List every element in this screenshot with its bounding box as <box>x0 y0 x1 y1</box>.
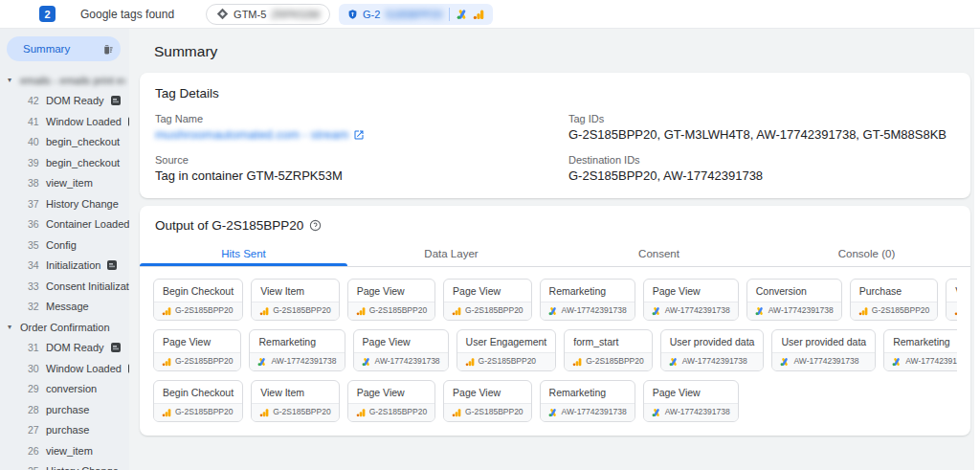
event-number: 38 <box>28 177 40 189</box>
event-row[interactable]: 29 conversion <box>0 379 129 400</box>
hit-card[interactable]: Page View AW-17742391738 <box>643 279 739 321</box>
hit-card[interactable]: Page View AW-17742391738 <box>353 329 449 371</box>
event-row[interactable]: 35 Config <box>0 235 129 256</box>
event-label: DOM Ready <box>46 95 104 106</box>
hit-card[interactable]: Page View G-2S185BPP20 <box>347 380 435 422</box>
event-row[interactable]: 32 Message <box>0 297 129 318</box>
event-group-row[interactable]: ▾ emails - emails print expe... <box>0 70 129 91</box>
hit-card[interactable]: Begin Checkout G-2S185BPP20 <box>153 279 243 321</box>
tag-ids-value: G-2S185BPP20, GT-M3LWH4T8, AW-1774239173… <box>568 127 955 142</box>
event-row[interactable]: 25 History Change <box>0 461 129 470</box>
hit-id: G-2S185BPP20 <box>175 356 233 367</box>
hit-name: Page View <box>444 280 530 302</box>
hit-card[interactable]: View Item G-2S185BPP20 <box>251 279 339 321</box>
event-row[interactable]: 37 History Change <box>0 193 129 214</box>
hit-id: G-2S185BPP20 <box>465 305 523 316</box>
hit-card[interactable]: Remarketing AW-17742391738 <box>540 279 635 321</box>
tab-label: Console (0) <box>838 248 895 259</box>
hit-card[interactable]: Page View G-2S185BPP20 <box>153 329 241 371</box>
hit-name: User provided data <box>661 330 764 353</box>
event-row[interactable]: 26 view_item <box>0 440 129 461</box>
hit-card[interactable]: View Item G-2S185BPP20 <box>251 380 339 422</box>
gtm-container-pill[interactable]: GTM-5ZRPK53M <box>206 4 330 25</box>
ga-tag-pill[interactable]: G-2S185BPP20 <box>339 4 493 25</box>
event-label: Message <box>46 301 89 312</box>
event-row[interactable]: 33 Consent Initialization <box>0 276 129 297</box>
sidebar-item-summary[interactable]: Summary <box>7 36 121 61</box>
event-row[interactable]: 38 view_item <box>0 173 129 194</box>
scrollbar-gutter[interactable] <box>974 29 980 470</box>
output-card: Output of G-2S185BPP20 Hits Sent Data La… <box>140 206 970 436</box>
output-tab[interactable]: Hits Sent <box>140 241 347 266</box>
ga4-icon <box>954 306 957 316</box>
hit-card[interactable]: Page View G-2S185BPP20 <box>443 380 531 422</box>
event-number: 35 <box>28 239 40 251</box>
hit-name: Page View <box>154 330 240 353</box>
event-label: Consent Initialization <box>46 280 129 292</box>
google-ads-icon <box>257 357 267 367</box>
container-badge-icon <box>111 96 121 105</box>
event-number: 26 <box>28 445 40 457</box>
hit-id: AW-17742391738 <box>562 407 627 417</box>
hit-card[interactable]: Remarketing AW-17742391738 <box>540 380 635 422</box>
event-number: 30 <box>28 363 40 374</box>
hits-row: Page View G-2S185BPP20 Remarketing AW-17… <box>153 329 957 371</box>
event-row[interactable]: 36 Container Loaded <box>0 214 129 235</box>
hit-card[interactable]: Page View G-2S185BPP20 <box>347 279 435 321</box>
tag-ids-label: Tag IDs <box>568 113 955 124</box>
hit-card[interactable]: View Item G-2S185BPP20 <box>946 279 957 321</box>
clear-list-icon[interactable] <box>101 43 114 56</box>
output-tab[interactable]: Console (0) <box>763 241 970 266</box>
hit-card[interactable]: Conversion AW-17742391738 <box>746 279 842 321</box>
hit-card[interactable]: form_start G-2S185BPP20 <box>564 329 652 371</box>
hit-name: User Engagement <box>457 330 556 353</box>
event-label: view_item <box>46 177 93 189</box>
hit-card[interactable]: Remarketing AW-17742391738 <box>883 329 957 371</box>
tag-name-link[interactable]: mushroomautomated.com - stream <box>155 127 542 142</box>
hit-id: AW-17742391738 <box>793 356 858 367</box>
output-tab[interactable]: Consent <box>555 241 763 266</box>
hits-row: Begin Checkout G-2S185BPP20 View Item G-… <box>153 380 957 422</box>
gtm-id-redacted: ZRPK53M <box>271 9 320 20</box>
event-label: History Change <box>46 465 119 470</box>
event-row[interactable]: 30 Window Loaded <box>0 358 129 379</box>
google-ads-icon <box>548 408 558 417</box>
hit-name: Begin Checkout <box>154 381 242 404</box>
ga4-icon <box>452 306 461 316</box>
event-number: 32 <box>28 301 40 312</box>
hit-card[interactable]: Begin Checkout G-2S185BPP20 <box>153 380 243 422</box>
hit-id: AW-17742391738 <box>375 356 440 367</box>
hit-card[interactable]: Remarketing AW-17742391738 <box>249 329 345 371</box>
hit-card[interactable]: Page View G-2S185BPP20 <box>443 279 531 321</box>
event-row[interactable]: 28 purchase <box>0 399 129 420</box>
output-tab[interactable]: Data Layer <box>347 241 555 266</box>
event-label: Window Loaded <box>46 363 122 374</box>
chevron-down-icon[interactable]: ▾ <box>8 323 15 331</box>
event-row[interactable]: 39 begin_checkout <box>0 152 129 173</box>
ga4-icon <box>858 306 868 316</box>
hit-card[interactable]: User provided data AW-17742391738 <box>660 329 765 371</box>
event-number: 37 <box>28 198 40 210</box>
hit-card[interactable]: User Engagement G-2S185BPP20 <box>457 329 557 371</box>
hit-name: View Item <box>252 280 338 302</box>
event-number: 31 <box>28 342 40 353</box>
hit-id: G-2S185BPP20 <box>872 305 929 316</box>
help-icon[interactable] <box>309 219 322 232</box>
hit-id: G-2S185BPP20 <box>273 407 330 417</box>
hit-id: AW-17742391738 <box>768 305 834 316</box>
event-row[interactable]: 41 Window Loaded <box>0 111 129 132</box>
hit-card[interactable]: Purchase G-2S185BPP20 <box>850 279 938 321</box>
event-label: view_item <box>46 445 93 457</box>
event-number: 27 <box>28 424 40 436</box>
event-row[interactable]: 31 DOM Ready <box>0 338 129 359</box>
hit-card[interactable]: User provided data AW-17742391738 <box>771 329 876 371</box>
hit-name: Page View <box>354 330 448 353</box>
event-group-row[interactable]: ▾ Order Confirmation <box>0 317 129 338</box>
hit-name: Page View <box>444 381 530 404</box>
event-row[interactable]: 42 DOM Ready <box>0 91 129 112</box>
event-row[interactable]: 27 purchase <box>0 420 129 441</box>
hit-card[interactable]: Page View AW-17742391738 <box>643 380 739 422</box>
event-row[interactable]: 40 begin_checkout <box>0 132 129 153</box>
chevron-down-icon[interactable]: ▾ <box>8 76 15 84</box>
event-row[interactable]: 34 Initialization <box>0 256 129 277</box>
